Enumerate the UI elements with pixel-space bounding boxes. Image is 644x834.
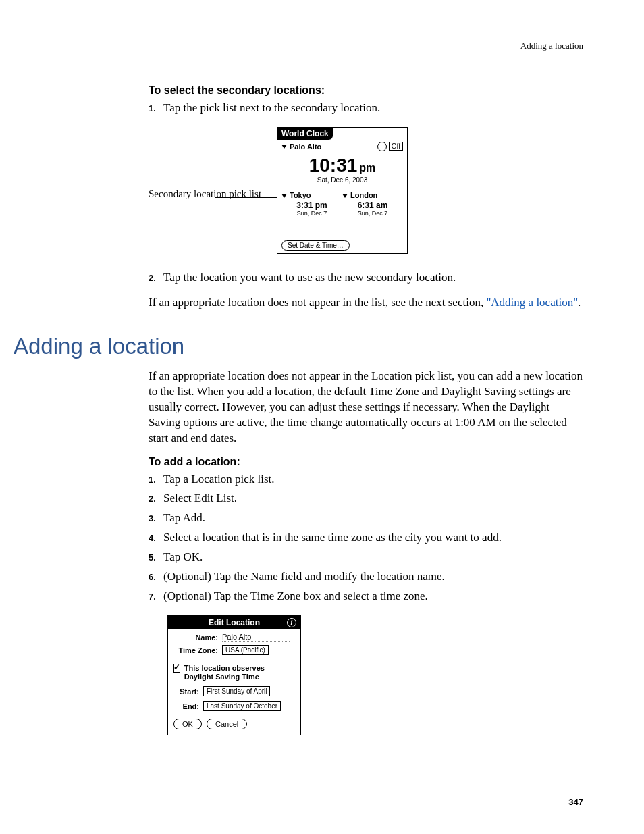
primary-location-picker[interactable]: Palo Alto: [290, 142, 321, 151]
step-text: Select Edit List.: [163, 491, 583, 506]
ok-button[interactable]: OK: [173, 719, 202, 729]
step-number: 1.: [149, 101, 163, 116]
step-text: Tap a Location pick list.: [163, 472, 583, 488]
step-number: 6.: [149, 569, 163, 585]
dst-label: This location observes Daylight Saving T…: [184, 664, 295, 681]
cross-reference-link[interactable]: "Adding a location": [486, 296, 578, 309]
step-text: Tap OK.: [163, 550, 583, 565]
end-label: End:: [173, 702, 199, 710]
procedure-title-1: To select the secondary locations:: [149, 84, 583, 97]
name-label: Name:: [173, 633, 218, 642]
edit-location-dialog: Edit Locationi Name: Palo Alto Time Zone…: [167, 615, 301, 735]
callout-label: Secondary location pick list: [149, 188, 261, 201]
step-text: (Optional) Tap the Time Zone box and sel…: [163, 589, 583, 604]
cancel-button[interactable]: Cancel: [207, 719, 247, 729]
secondary-time: 3:31 pm: [281, 201, 342, 210]
name-field[interactable]: Palo Alto: [222, 633, 290, 642]
step-item: 1.Tap the pick list next to the secondar…: [149, 101, 583, 116]
callout-leader-line: [215, 197, 277, 198]
alarm-icon: [377, 142, 387, 151]
section-heading: Adding a location: [14, 334, 583, 359]
step-number: 2.: [149, 270, 163, 286]
step-item: 2.Tap the location you want to use as th…: [149, 270, 583, 286]
procedure-title-2: To add a location:: [149, 456, 583, 468]
body-paragraph: If an appropriate location does not appe…: [149, 369, 583, 446]
step-number: 1.: [149, 472, 163, 488]
dst-end-selector[interactable]: Last Sunday of October: [203, 701, 281, 711]
step-item: 5.Tap OK.: [149, 550, 583, 565]
step-item: 2.Select Edit List.: [149, 491, 583, 506]
running-header: Adding a location: [81, 41, 583, 51]
timezone-selector[interactable]: USA (Pacific): [222, 645, 269, 655]
dst-start-selector[interactable]: First Sunday of April: [203, 686, 270, 696]
step-item: 6.(Optional) Tap the Name field and modi…: [149, 569, 583, 585]
body-paragraph: If an appropriate location does not appe…: [149, 295, 583, 311]
info-icon[interactable]: i: [287, 618, 296, 627]
step-item: 4.Select a location that is in the same …: [149, 530, 583, 546]
figure-world-clock: Secondary location pick list World Clock…: [149, 127, 583, 255]
page-number: 347: [568, 797, 583, 807]
device-title: World Clock: [277, 128, 333, 140]
chevron-down-icon[interactable]: [281, 194, 287, 198]
step-number: 4.: [149, 530, 163, 546]
step-number: 7.: [149, 589, 163, 604]
header-rule: [81, 57, 583, 57]
primary-date: Sat, Dec 6, 2003: [277, 176, 407, 184]
step-number: 5.: [149, 550, 163, 565]
step-number: 3.: [149, 511, 163, 526]
timezone-label: Time Zone:: [173, 646, 218, 654]
step-text: Tap Add.: [163, 511, 583, 526]
step-item: 1.Tap a Location pick list.: [149, 472, 583, 488]
step-number: 2.: [149, 491, 163, 506]
world-clock-screen: World Clock Palo Alto Off 10:31 pm Sat, …: [277, 127, 408, 254]
secondary-time: 6:31 am: [342, 201, 403, 210]
secondary-location-picker[interactable]: Tokyo: [290, 191, 311, 199]
start-label: Start:: [173, 687, 199, 696]
chevron-down-icon[interactable]: [281, 145, 287, 149]
secondary-location-picker[interactable]: London: [350, 191, 377, 199]
secondary-date: Sun, Dec 7: [342, 210, 403, 217]
secondary-date: Sun, Dec 7: [281, 210, 342, 217]
dst-checkbox[interactable]: [173, 664, 180, 673]
dialog-title: Edit Locationi: [168, 616, 300, 629]
step-text: Tap the pick list next to the secondary …: [163, 101, 583, 116]
figure-edit-location: Edit Locationi Name: Palo Alto Time Zone…: [167, 615, 583, 735]
step-text: Tap the location you want to use as the …: [163, 270, 583, 286]
step-text: (Optional) Tap the Name field and modify…: [163, 569, 583, 585]
step-item: 3.Tap Add.: [149, 511, 583, 526]
primary-time: 10:31 pm: [277, 155, 407, 176]
step-item: 7.(Optional) Tap the Time Zone box and s…: [149, 589, 583, 604]
set-date-time-button[interactable]: Set Date & Time…: [281, 240, 350, 251]
chevron-down-icon[interactable]: [342, 194, 348, 198]
step-text: Select a location that is in the same ti…: [163, 530, 583, 546]
alarm-toggle[interactable]: Off: [389, 142, 403, 151]
